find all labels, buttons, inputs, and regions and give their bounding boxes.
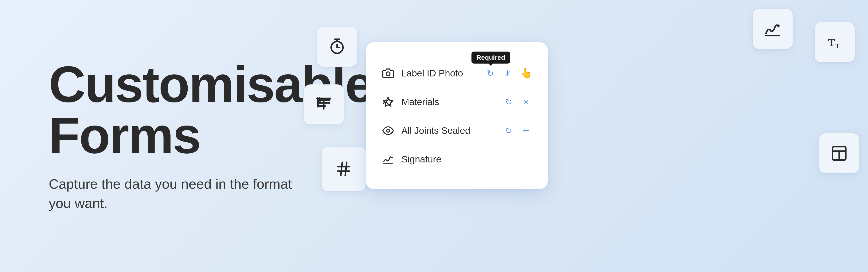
svg-text:T: T [828,37,835,48]
camera-icon [382,67,394,79]
materials-label: Materials [401,97,502,107]
materials-actions: ↻ ✳ [502,96,532,108]
text-icon-card: T [304,84,344,125]
headline: Customisable Forms [49,59,300,161]
materials-icon-wrapper [381,95,395,109]
svg-rect-9 [317,99,319,107]
required-tooltip: Required [471,52,510,63]
asterisk-btn-joints[interactable]: ✳ [520,125,532,137]
illustration-section: T T T [300,0,868,272]
asterisk-btn-label-id[interactable]: ✳ [501,67,514,80]
form-row-all-joints-sealed: All Joints Sealed ↻ ✳ [381,116,532,145]
refresh-btn-joints[interactable]: ↻ [502,125,515,137]
form-row-label-id-photo: Required Label ID Photo ↻ ✳ 👆 [381,56,532,88]
layout-icon-card [819,133,859,173]
signature-row-icon-wrapper [381,153,395,166]
label-id-photo-label: Label ID Photo [401,68,484,79]
signature-label: Signature [401,154,532,165]
form-card: Required Label ID Photo ↻ ✳ 👆 [366,42,548,189]
camera-icon-wrapper [381,67,395,80]
form-row-materials: Materials ↻ ✳ [381,88,532,116]
signature-row-icon [382,154,394,165]
typography-icon-card: T T [815,22,855,62]
label-id-photo-actions: ↻ ✳ 👆 [484,67,532,80]
hash-icon [335,160,352,178]
svg-point-22 [386,72,390,76]
text-section: Customisable Forms Capture the data you … [0,59,300,213]
sig-icon [764,20,781,38]
subheadline: Capture the data you need in the format … [49,174,300,213]
timer-icon-card [317,27,357,67]
eye-icon [382,125,394,136]
svg-point-24 [387,129,390,132]
timer-icon [328,38,346,56]
eye-icon-wrapper [381,124,395,137]
layout-icon [830,144,848,162]
form-row-signature: Signature [381,145,532,173]
svg-line-15 [345,162,347,175]
svg-text:T: T [835,42,839,50]
required-tooltip-label: Required [476,54,505,61]
headline-line2: Forms [49,107,200,164]
svg-line-14 [341,162,342,175]
hash-icon-card [321,147,366,191]
all-joints-sealed-actions: ↻ ✳ [502,125,532,137]
text-icon: T [315,96,333,113]
all-joints-sealed-label: All Joints Sealed [401,125,502,136]
asterisk-btn-materials[interactable]: ✳ [520,96,532,108]
materials-icon [382,96,394,108]
signature-icon-card [753,9,793,49]
refresh-btn-label-id[interactable]: ↻ [484,67,497,80]
refresh-btn-materials[interactable]: ↻ [502,96,515,108]
cursor-icon: 👆 [520,67,532,79]
page-container: Customisable Forms Capture the data you … [0,0,868,272]
typography-icon: T T [826,33,844,51]
